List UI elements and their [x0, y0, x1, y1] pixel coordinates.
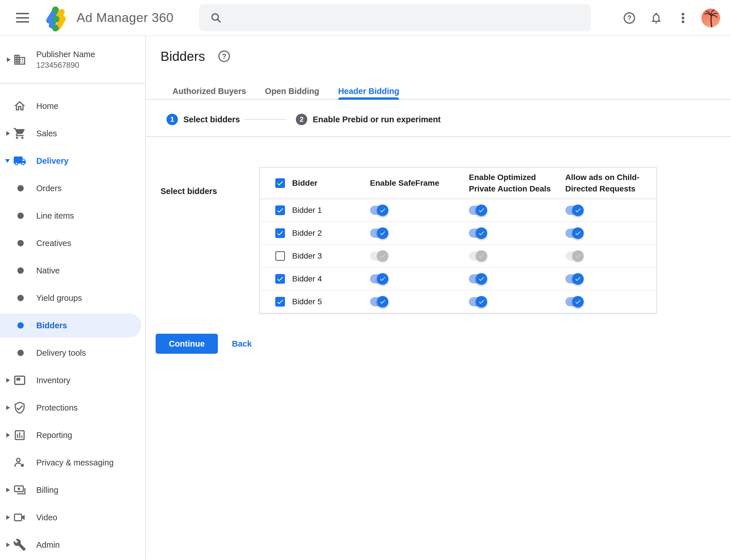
ad-manager-logo-icon [44, 4, 69, 32]
bullet-icon [17, 185, 24, 191]
toggle-thumb [476, 205, 487, 216]
toggle-thumb [572, 205, 584, 216]
tab-bar: Authorized BuyersOpen BiddingHeader Bidd… [146, 83, 731, 100]
back-button[interactable]: Back [232, 339, 252, 349]
toggle-optimized-private-auction-deals[interactable] [469, 248, 488, 264]
sidebar-item-video[interactable]: Video [0, 504, 145, 531]
sidebar-item-label: Creatives [36, 239, 71, 248]
table-row-bidder-4: Bidder 4 [260, 267, 656, 290]
notifications-button[interactable] [647, 9, 665, 27]
help-icon: ? [623, 11, 636, 25]
bullet-icon [17, 350, 24, 356]
sidebar-item-native[interactable]: Native [0, 257, 145, 284]
truck-icon [13, 154, 26, 167]
sidebar-item-home[interactable]: Home [0, 92, 145, 120]
search-input[interactable] [229, 13, 582, 23]
step-2-circle: 2 [296, 114, 307, 125]
svg-text:?: ? [222, 52, 226, 60]
chevron-right-icon [6, 488, 10, 492]
sidebar-item-label: Delivery [36, 156, 69, 166]
toggle-thumb [377, 250, 388, 262]
tab-header-bidding[interactable]: Header Bidding [338, 83, 399, 99]
tab-authorized-buyers[interactable]: Authorized Buyers [173, 83, 246, 99]
sidebar-item-yield-groups[interactable]: Yield groups [0, 284, 145, 312]
sidebar-item-label: Protections [36, 403, 78, 413]
sidebar-item-label: Privacy & messaging [36, 458, 114, 467]
section-label: Select bidders [161, 187, 217, 196]
avatar[interactable] [701, 9, 720, 27]
publisher-id: 1234567890 [36, 61, 95, 70]
toggle-child-directed-requests[interactable] [565, 248, 584, 264]
sidebar-item-label: Orders [36, 184, 62, 193]
sidebar-item-bidders[interactable]: Bidders [0, 312, 145, 339]
column-header-bidder: Bidder [292, 177, 318, 189]
kebab-menu-icon [676, 11, 690, 25]
toggle-thumb [572, 273, 584, 285]
bullet-icon [17, 267, 24, 274]
chevron-down-icon [5, 159, 10, 163]
more-options-button[interactable] [674, 9, 692, 27]
sidebar-item-admin[interactable]: Admin [0, 531, 145, 559]
sidebar-item-reporting[interactable]: Reporting [0, 421, 145, 449]
continue-button[interactable]: Continue [156, 334, 218, 354]
sidebar-item-label: Line items [36, 211, 74, 221]
sidebar-item-delivery[interactable]: Delivery [0, 147, 145, 175]
toggle-optimized-private-auction-deals[interactable] [469, 293, 488, 310]
toggle-optimized-private-auction-deals[interactable] [469, 202, 488, 219]
sidebar-item-delivery-tools[interactable]: Delivery tools [0, 339, 145, 367]
step-2-label: Enable Prebid or run experiment [313, 115, 440, 124]
sidebar-item-label: Video [36, 513, 57, 522]
bidder-checkbox[interactable] [275, 205, 285, 215]
table-row-bidder-5: Bidder 5 [260, 290, 656, 313]
wrench-icon [13, 538, 26, 551]
toggle-optimized-private-auction-deals[interactable] [469, 225, 488, 241]
sidebar-item-billing[interactable]: Billing [0, 476, 145, 504]
bidders-table: Bidder Enable SafeFrame Enable Optimized… [259, 167, 657, 313]
videocam-icon [13, 511, 26, 524]
bidder-checkbox[interactable] [275, 251, 285, 261]
sidebar-item-inventory[interactable]: Inventory [0, 367, 145, 394]
toggle-child-directed-requests[interactable] [565, 225, 584, 241]
toggle-optimized-private-auction-deals[interactable] [469, 271, 488, 287]
toggle-child-directed-requests[interactable] [565, 202, 584, 219]
toggle-child-directed-requests[interactable] [565, 271, 584, 287]
app-header: Ad Manager 360 ? [0, 0, 731, 36]
toggle-enable-safeframe[interactable] [370, 248, 389, 264]
building-icon [13, 53, 26, 66]
bidder-checkbox[interactable] [275, 274, 285, 284]
sidebar-item-label: Admin [36, 540, 60, 550]
sidebar-item-orders[interactable]: Orders [0, 175, 145, 202]
sidebar-item-label: Home [36, 101, 58, 111]
chevron-right-icon [6, 131, 10, 136]
search-bar[interactable] [199, 4, 591, 31]
table-row-bidder-1: Bidder 1 [260, 199, 656, 222]
hamburger-menu-icon[interactable] [16, 13, 29, 23]
step-1-circle: 1 [167, 114, 178, 125]
toggle-enable-safeframe[interactable] [370, 225, 389, 241]
toggle-enable-safeframe[interactable] [370, 293, 389, 310]
bidder-checkbox[interactable] [275, 228, 285, 238]
tab-open-bidding[interactable]: Open Bidding [265, 83, 319, 99]
sidebar-item-creatives[interactable]: Creatives [0, 229, 145, 257]
sidebar-item-protections[interactable]: Protections [0, 394, 145, 421]
help-button[interactable]: ? [620, 9, 638, 27]
sidebar-item-label: Native [36, 266, 60, 275]
bidder-name: Bidder 4 [292, 274, 322, 283]
cart-icon [13, 127, 26, 140]
app-title: Ad Manager 360 [77, 10, 174, 25]
toggle-thumb [476, 296, 487, 307]
sidebar-item-sales[interactable]: Sales [0, 120, 145, 147]
sidebar-item-privacy-and-messaging[interactable]: Privacy & messaging [0, 449, 145, 476]
toggle-enable-safeframe[interactable] [370, 271, 389, 287]
toggle-child-directed-requests[interactable] [565, 293, 584, 310]
chevron-right-icon [6, 405, 10, 410]
publisher-switcher[interactable]: Publisher Name 1234567890 [0, 36, 145, 84]
bullet-icon [17, 240, 24, 246]
sidebar-item-line-items[interactable]: Line items [0, 202, 145, 229]
svg-text:?: ? [627, 14, 632, 22]
page-help-icon[interactable]: ? [218, 50, 231, 63]
bidder-name: Bidder 5 [292, 297, 322, 306]
bidder-checkbox[interactable] [275, 297, 285, 307]
select-all-checkbox[interactable] [275, 178, 285, 188]
toggle-enable-safeframe[interactable] [370, 202, 389, 219]
